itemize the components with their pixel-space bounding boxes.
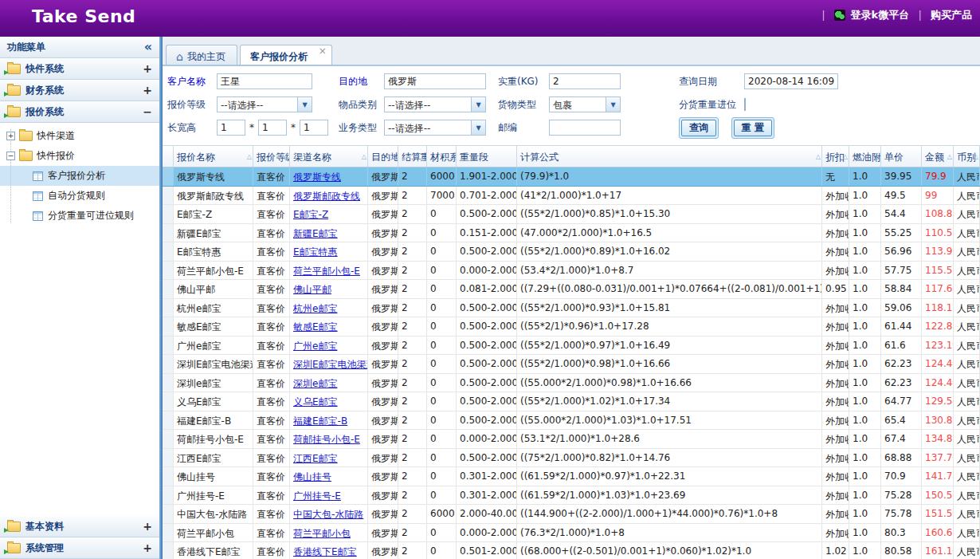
table-row[interactable]: 福建E邮宝-B直客价福建E邮宝-B俄罗斯200.500-2.000((55.00… <box>163 411 980 431</box>
sidebar-section-bottom-0[interactable]: 基本资料+ <box>0 516 159 537</box>
channel-link[interactable]: 香港线下E邮宝 <box>293 546 357 557</box>
tree-node[interactable]: +快件渠道 <box>0 126 159 146</box>
table-row[interactable]: 新疆E邮宝直客价新疆E邮宝俄罗斯200.151-2.000(47.000*2/1… <box>163 224 980 243</box>
sort-icon[interactable]: △ <box>816 153 821 160</box>
tree-leaf[interactable]: 分货重量可进位规则 <box>0 206 159 226</box>
sort-icon[interactable]: △ <box>947 153 952 160</box>
length-input[interactable] <box>217 120 245 136</box>
channel-link[interactable]: 深圳E邮宝电池渠道 <box>293 359 368 370</box>
sidebar-collapse-icon[interactable]: « <box>144 41 152 53</box>
sort-icon[interactable]: △ <box>450 153 455 160</box>
destination-input[interactable] <box>384 73 486 89</box>
table-row[interactable]: 杭州e邮宝直客价杭州e邮宝俄罗斯200.500-2.000((55*2/1.00… <box>163 299 980 318</box>
channel-link[interactable]: 义乌E邮宝 <box>293 396 338 407</box>
channel-link[interactable]: 杭州e邮宝 <box>293 303 337 314</box>
channel-link[interactable]: 敏感E邮宝 <box>293 321 338 333</box>
sidebar-section-bottom-1[interactable]: 系统管理+ <box>0 537 159 559</box>
sort-icon[interactable]: △ <box>421 153 425 160</box>
sort-icon[interactable]: △ <box>284 153 288 160</box>
sidebar-section-2[interactable]: 报价系统− <box>0 101 159 123</box>
col-header-discount[interactable]: 折扣△ <box>822 146 849 167</box>
channel-link[interactable]: 广州e邮宝 <box>293 341 337 352</box>
search-button[interactable]: 查询 <box>679 117 719 139</box>
channel-link[interactable]: 福建E邮宝-B <box>293 415 347 427</box>
tab-0[interactable]: ⌂我的主页 <box>166 45 237 65</box>
channel-link[interactable]: 广州挂号-E <box>293 490 341 502</box>
width-input[interactable] <box>258 120 287 136</box>
table-row[interactable]: 义乌E邮宝直客价义乌E邮宝俄罗斯200.500-2.000((55*2/1.00… <box>163 392 980 411</box>
table-row[interactable]: 佛山平邮直客价佛山平邮俄罗斯200.081-2.000((7.29+((0.08… <box>163 280 980 299</box>
channel-link[interactable]: 江西E邮宝 <box>293 453 338 464</box>
table-row[interactable]: 广州e邮宝直客价广州e邮宝俄罗斯200.500-2.000((55*2/1.00… <box>163 337 980 356</box>
channel-link[interactable]: 荷兰平邮小包-E <box>293 266 360 277</box>
business-type-select[interactable]: --请选择--▼ <box>384 120 486 136</box>
channel-link[interactable]: 荷兰平邮小包 <box>293 528 351 539</box>
sort-icon[interactable]: △ <box>392 153 397 160</box>
col-header-amount[interactable]: 金额△ <box>922 146 954 167</box>
zip-input[interactable] <box>549 120 621 136</box>
channel-link[interactable]: 佛山挂号 <box>293 471 331 482</box>
table-row[interactable]: 佛山挂号直客价佛山挂号俄罗斯200.301-2.000((61.59*2/1.0… <box>163 467 980 486</box>
tree-node[interactable]: −快件报价 <box>0 146 159 166</box>
tab-1[interactable]: 客户报价分析× <box>240 45 332 65</box>
table-row[interactable]: 荷兰平邮小包直客价荷兰平邮小包俄罗斯200.000-2.000(76.3*2/1… <box>163 524 980 543</box>
weight-input[interactable] <box>549 73 621 89</box>
topbar-link[interactable]: 登录k微平台 <box>851 8 910 22</box>
table-row[interactable]: 俄罗斯邮政专线直客价俄罗斯邮政专线俄罗斯270000.701-2.000(41*… <box>163 187 980 206</box>
channel-link[interactable]: 佛山平邮 <box>293 284 331 295</box>
tab-close-icon[interactable]: × <box>319 45 327 57</box>
channel-link[interactable]: 深圳e邮宝 <box>293 378 337 389</box>
table-row[interactable]: E邮宝特惠直客价E邮宝特惠俄罗斯200.500-2.000((55*2/1.00… <box>163 242 980 262</box>
channel-link[interactable]: 俄罗斯邮政专线 <box>293 191 360 202</box>
table-row[interactable]: 江西E邮宝直客价江西E邮宝俄罗斯200.500-2.000((75*2/1.00… <box>163 449 980 468</box>
channel-link[interactable]: 荷邮挂号小包-E <box>293 434 360 445</box>
table-row[interactable]: 深圳e邮宝直客价深圳e邮宝俄罗斯200.500-2.000((55.000*2/… <box>163 374 980 393</box>
col-header-level[interactable]: 报价等级△ <box>253 146 290 167</box>
channel-link[interactable]: 中国大包-水陆路 <box>293 509 363 520</box>
height-input[interactable] <box>300 120 328 136</box>
tree-expander-icon[interactable]: − <box>6 152 15 160</box>
channel-link[interactable]: 新疆E邮宝 <box>293 228 338 239</box>
reset-button[interactable]: 重 置 <box>731 117 774 139</box>
tree-leaf[interactable]: 客户报价分析 <box>0 166 159 186</box>
col-header-fuel[interactable]: 燃油附加△ <box>849 146 881 167</box>
sidebar-section-0[interactable]: 快件系统+ <box>0 58 159 80</box>
sort-icon[interactable]: △ <box>362 153 367 160</box>
quote-level-select[interactable]: --请选择--▼ <box>217 96 312 112</box>
col-header-settle[interactable]: 结算重量△ <box>398 146 427 167</box>
col-header-range[interactable]: 重量段 <box>457 146 517 167</box>
cargo-type-select[interactable]: 包裹▼ <box>549 96 621 112</box>
channel-link[interactable]: E邮宝特惠 <box>293 246 338 258</box>
sort-icon[interactable]: △ <box>875 153 880 160</box>
sort-icon[interactable]: △ <box>247 153 252 160</box>
col-header-formula[interactable]: 计算公式△ <box>517 146 822 167</box>
col-header-dest[interactable]: 目的地△ <box>368 146 398 167</box>
table-row[interactable]: E邮宝-Z直客价E邮宝-Z俄罗斯200.500-2.000((55*2/1.00… <box>163 205 980 224</box>
sort-icon[interactable]: △ <box>843 153 848 160</box>
col-header-unit[interactable]: 单价 <box>881 146 922 167</box>
sort-icon[interactable]: △ <box>974 153 978 160</box>
table-row[interactable]: 敏感E邮宝直客价敏感E邮宝俄罗斯200.500-2.000((55*2/1)*0… <box>163 317 980 337</box>
col-header-channel[interactable]: 渠道名称△ <box>290 146 368 167</box>
channel-link[interactable]: E邮宝-Z <box>293 209 328 220</box>
col-header-sel[interactable] <box>163 146 174 167</box>
query-date-input[interactable] <box>744 73 838 89</box>
tree-leaf[interactable]: 自动分货规则 <box>0 186 159 206</box>
table-row[interactable]: 深圳E邮宝电池渠道直客价深圳E邮宝电池渠道俄罗斯200.500-2.000((5… <box>163 355 980 374</box>
table-row[interactable]: 荷邮挂号小包-E直客价荷邮挂号小包-E俄罗斯200.000-2.000(53.1… <box>163 430 980 449</box>
table-row[interactable]: 荷兰平邮小包-E直客价荷兰平邮小包-E俄罗斯200.000-2.000(53.4… <box>163 262 980 281</box>
weight-rounding-checkbox[interactable] <box>744 98 746 111</box>
col-header-volume[interactable]: 材积系数△ <box>427 146 457 167</box>
tree-expander-icon[interactable]: + <box>6 132 15 140</box>
customer-name-input[interactable] <box>217 73 312 89</box>
topbar-link[interactable]: 购买产品 <box>931 8 972 22</box>
col-header-name[interactable]: 报价名称△ <box>174 146 253 167</box>
table-row[interactable]: 广州挂号-E直客价广州挂号-E俄罗斯200.301-2.000((61.59*2… <box>163 486 980 506</box>
item-category-select[interactable]: --请选择--▼ <box>384 96 486 112</box>
col-header-currency[interactable]: 币别△ <box>954 146 980 167</box>
sidebar-section-1[interactable]: 财务系统+ <box>0 80 159 101</box>
table-row[interactable]: 俄罗斯专线直客价俄罗斯专线俄罗斯260001.901-2.000(79.9)*1… <box>163 167 980 187</box>
channel-link[interactable]: 俄罗斯专线 <box>293 171 341 183</box>
table-row[interactable]: 中国大包-水陆路直客价中国大包-水陆路俄罗斯260002.000-40.00((… <box>163 505 980 524</box>
table-row[interactable]: 香港线下E邮宝直客价香港线下E邮宝俄罗斯200.501-2.000((68.00… <box>163 542 980 559</box>
